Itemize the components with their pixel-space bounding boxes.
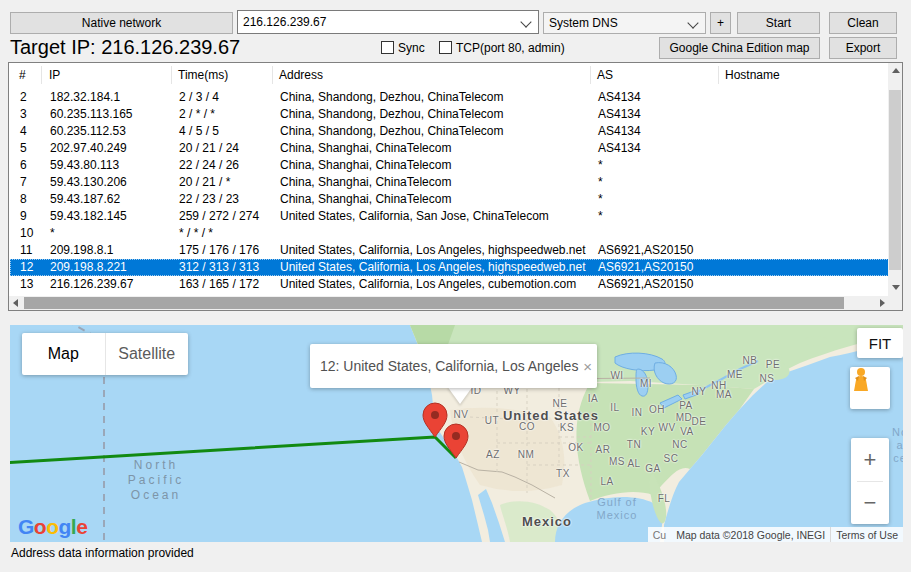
- map-label-state: KY: [641, 426, 655, 437]
- cell-as: AS6921,AS20150: [598, 277, 693, 291]
- trace-table[interactable]: #IPTime(ms)AddressASHostname 2182.32.184…: [8, 62, 903, 311]
- cell-n: 10: [20, 226, 33, 240]
- map-panel[interactable]: United StatesMexicoWIMIWYNEIAILINOHPANYN…: [10, 325, 903, 542]
- scroll-right-icon[interactable]: [880, 299, 885, 307]
- cell-ip: 209.198.8.221: [50, 260, 127, 274]
- table-row[interactable]: 859.43.187.6222 / 23 / 23China, Shanghai…: [10, 191, 889, 208]
- scroll-up-icon[interactable]: [892, 68, 900, 73]
- google-logo-letter: o: [34, 515, 46, 538]
- map-label-water: NorthPacificOcean: [128, 458, 184, 503]
- clean-button[interactable]: Clean: [829, 12, 897, 34]
- start-button[interactable]: Start: [737, 12, 820, 34]
- map-label-state: MA: [716, 389, 732, 400]
- column-header-ip[interactable]: IP: [49, 68, 60, 82]
- cell-as: AS4134: [598, 90, 641, 104]
- column-separator: [41, 66, 42, 84]
- cell-n: 13: [20, 277, 33, 291]
- cell-n: 3: [20, 107, 27, 121]
- cell-address: United States, California, Los Angeles, …: [280, 243, 586, 257]
- horizontal-scrollbar[interactable]: [9, 296, 902, 310]
- cell-address: China, Shanghai, ChinaTelecom: [280, 158, 451, 172]
- column-header-address[interactable]: Address: [279, 68, 323, 82]
- chevron-down-icon[interactable]: [687, 17, 698, 28]
- cell-as: *: [598, 175, 603, 189]
- tab-satellite[interactable]: Satellite: [105, 333, 189, 375]
- fit-button[interactable]: FIT: [857, 328, 903, 358]
- table-row[interactable]: 2182.32.184.12 / 3 / 4China, Shandong, D…: [10, 89, 889, 106]
- cell-time: 259 / 272 / 274: [179, 209, 259, 223]
- table-row[interactable]: 659.43.80.11322 / 24 / 26China, Shanghai…: [10, 157, 889, 174]
- cell-time: 2 / * / *: [179, 107, 215, 121]
- column-separator: [171, 66, 172, 84]
- column-header-timems[interactable]: Time(ms): [178, 68, 228, 82]
- table-row[interactable]: 360.235.113.1652 / * / *China, Shandong,…: [10, 106, 889, 123]
- cell-time: 20 / 21 / 24: [179, 141, 239, 155]
- cell-address: China, Shanghai, ChinaTelecom: [280, 175, 451, 189]
- tcp-checkbox[interactable]: [439, 41, 452, 54]
- table-row[interactable]: 10** / * / *: [10, 225, 889, 242]
- map-label-state: TN: [627, 439, 641, 450]
- cell-time: 312 / 313 / 313: [179, 260, 259, 274]
- scroll-left-icon[interactable]: [13, 299, 18, 307]
- zoom-control[interactable]: + −: [851, 438, 889, 524]
- map-label-state: PA: [679, 400, 693, 411]
- scroll-down-icon[interactable]: [892, 285, 900, 290]
- map-label-state: SC: [664, 453, 679, 464]
- map-label-state: TX: [556, 468, 570, 479]
- pegman-icon: [850, 367, 872, 393]
- table-row[interactable]: 5202.97.40.24920 / 21 / 24China, Shangha…: [10, 140, 889, 157]
- column-header-hostname[interactable]: Hostname: [725, 68, 780, 82]
- map-type-control[interactable]: Map Satellite: [22, 333, 188, 375]
- chevron-down-icon[interactable]: [520, 16, 531, 27]
- close-icon[interactable]: ×: [578, 358, 597, 375]
- native-network-button[interactable]: Native network: [10, 12, 233, 34]
- target-ip-combobox[interactable]: 216.126.239.67: [237, 10, 539, 34]
- table-row[interactable]: 11209.198.8.1175 / 176 / 176United State…: [10, 242, 889, 259]
- sync-label: Sync: [398, 41, 425, 55]
- add-button[interactable]: +: [710, 12, 731, 34]
- map-label-state: IL: [610, 402, 619, 413]
- attribution-text: Map data ©2018 Google, INEGI: [671, 527, 830, 542]
- cell-n: 9: [20, 209, 27, 223]
- cell-as: AS4134: [598, 107, 641, 121]
- sync-checkbox[interactable]: [381, 41, 394, 54]
- table-row[interactable]: 759.43.130.20620 / 21 / *China, Shanghai…: [10, 174, 889, 191]
- cell-ip: 59.43.130.206: [50, 175, 127, 189]
- vertical-scrollbar[interactable]: [888, 63, 902, 296]
- tab-map[interactable]: Map: [22, 333, 105, 375]
- cell-n: 2: [20, 90, 27, 104]
- export-button[interactable]: Export: [829, 37, 897, 59]
- vertical-scroll-thumb[interactable]: [889, 90, 901, 270]
- table-row[interactable]: 959.43.182.145259 / 272 / 274United Stat…: [10, 208, 889, 225]
- table-row[interactable]: 460.235.112.534 / 5 / 5China, Shandong, …: [10, 123, 889, 140]
- cell-ip: 216.126.239.67: [50, 277, 133, 291]
- cell-n: 8: [20, 192, 27, 206]
- cell-time: 175 / 176 / 176: [179, 243, 259, 257]
- map-label-state: AZ: [486, 449, 500, 460]
- horizontal-scroll-thumb[interactable]: [24, 297, 844, 309]
- cell-n: 4: [20, 124, 27, 138]
- table-row[interactable]: 13216.126.239.67163 / 165 / 172United St…: [10, 276, 889, 293]
- cell-address: United States, California, Los Angeles, …: [280, 277, 576, 291]
- map-label-state: NC: [672, 439, 687, 450]
- map-label-state: OK: [568, 442, 583, 453]
- map-label-state: NV: [454, 409, 469, 420]
- terms-of-use-link[interactable]: Terms of Use: [830, 527, 903, 542]
- cell-ip: 209.198.8.1: [50, 243, 113, 257]
- cell-as: AS6921,AS20150: [598, 260, 693, 274]
- attribution-fragment: Cu: [648, 527, 671, 542]
- dns-combobox[interactable]: System DNS: [543, 12, 706, 34]
- pegman-control[interactable]: [850, 367, 890, 409]
- column-header-as[interactable]: AS: [597, 68, 613, 82]
- zoom-out-button[interactable]: −: [851, 481, 889, 524]
- map-label-state: WV: [658, 422, 675, 433]
- column-separator: [272, 66, 273, 84]
- cell-address: China, Shandong, Dezhou, ChinaTelecom: [280, 107, 503, 121]
- map-label-state: NE: [553, 398, 568, 409]
- table-row-selected[interactable]: 12209.198.8.221312 / 313 / 313United Sta…: [10, 259, 889, 276]
- google-china-map-button[interactable]: Google China Edition map: [659, 37, 820, 59]
- google-logo[interactable]: Google: [18, 515, 87, 539]
- zoom-in-button[interactable]: +: [851, 438, 889, 481]
- column-header-[interactable]: #: [19, 68, 26, 82]
- cell-n: 12: [20, 260, 33, 274]
